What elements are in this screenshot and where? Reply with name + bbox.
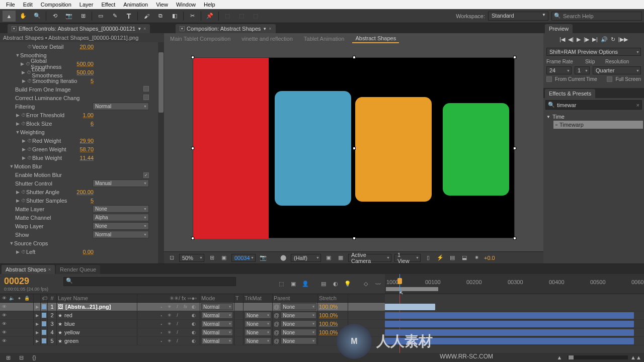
timeline-tracks[interactable] xyxy=(385,294,644,353)
menu-edit[interactable]: Edit xyxy=(19,1,37,9)
time-ruler[interactable]: 1000 00100 00200 00300 00400 00500 0060 … xyxy=(385,274,644,294)
checkbox[interactable] xyxy=(143,172,149,178)
property-value[interactable]: 500.00 xyxy=(76,69,94,75)
roto-tool-icon[interactable]: ✂ xyxy=(186,11,199,22)
selection-tool-icon[interactable]: ▲ xyxy=(3,11,16,22)
quality-icon[interactable]: / xyxy=(174,321,181,327)
twirl-icon[interactable]: ▼ xyxy=(9,164,14,169)
breadcrumb-item[interactable]: Abstract Shapes xyxy=(352,34,399,43)
shy-icon[interactable]: ⬩ xyxy=(158,304,165,310)
property-row[interactable]: ▼Smoothing xyxy=(0,51,164,59)
play-icon[interactable]: ▶ xyxy=(577,36,581,43)
twirl-icon[interactable]: ▶ xyxy=(21,138,26,143)
layer-bar[interactable] xyxy=(385,312,634,319)
stopwatch-icon[interactable]: ⏱ xyxy=(20,249,26,255)
toggle-mask-icon[interactable]: ▣ xyxy=(219,254,228,262)
motion-blur-toggle-icon[interactable]: ◐ xyxy=(190,304,197,310)
effect-controls-tab[interactable]: ▾ Effect Controls: Abstract Shapes_[0000… xyxy=(8,24,150,33)
view-select[interactable]: 1 View xyxy=(394,254,421,262)
camera-select[interactable]: Active Camera xyxy=(348,254,391,262)
video-toggle-icon[interactable]: 👁 xyxy=(1,304,8,310)
stopwatch-icon[interactable]: ⏱ xyxy=(20,121,26,127)
zoom-slider[interactable] xyxy=(568,355,628,359)
track-row[interactable] xyxy=(385,311,644,320)
label-color[interactable] xyxy=(42,321,46,326)
parent-select[interactable]: None xyxy=(281,337,316,344)
from-current-checkbox[interactable] xyxy=(546,76,552,82)
brainstorm-icon[interactable]: 💡 xyxy=(343,279,353,289)
menu-layer[interactable]: Layer xyxy=(75,1,98,9)
layer-row[interactable]: 👁 ▶ 1 🖼[Abstra...21].png] ⬩✳/fx◐ Normal … xyxy=(0,303,385,311)
stretch-value[interactable]: 100.0% xyxy=(319,304,338,310)
selection-handle[interactable] xyxy=(191,56,194,59)
layer-row[interactable]: 👁 ▶ 4 ★yellow ⬩✳/◐ Normal None @None 100… xyxy=(0,328,385,337)
property-row[interactable]: ▶⏱Red Weight29.90 xyxy=(0,136,164,145)
label-color[interactable] xyxy=(42,313,46,318)
skip-select[interactable]: 1 xyxy=(575,66,590,74)
zoom-select[interactable]: 50% xyxy=(179,254,204,262)
motion-blur-toggle-icon[interactable]: ◐ xyxy=(190,321,197,327)
shy-icon[interactable]: ⬩ xyxy=(158,321,165,327)
twirl-icon[interactable]: ▶ xyxy=(15,190,20,195)
clear-search-icon[interactable]: × xyxy=(636,102,639,108)
checkbox[interactable] xyxy=(143,86,149,92)
parent-select[interactable]: None xyxy=(281,303,316,310)
last-frame-icon[interactable]: ▶| xyxy=(592,36,598,43)
twirl-icon[interactable]: ▶ xyxy=(21,147,26,152)
graph-editor-icon[interactable]: 〰 xyxy=(373,279,383,289)
selection-handle[interactable] xyxy=(353,237,356,240)
zoom-tool-icon[interactable]: 🔍 xyxy=(31,11,44,22)
property-value[interactable]: 5 xyxy=(91,198,94,204)
layer-name[interactable]: blue xyxy=(64,321,75,327)
panel-menu-icon[interactable]: ▾ xyxy=(12,26,17,31)
twirl-icon[interactable]: ▶ xyxy=(36,322,39,326)
dropdown[interactable]: Manual xyxy=(93,179,149,187)
stopwatch-icon[interactable]: ⏱ xyxy=(26,44,32,50)
comp-mini-flowchart-icon[interactable]: ⬚ xyxy=(276,279,286,289)
pen-tool-icon[interactable]: ✎ xyxy=(108,11,121,22)
dropdown[interactable]: None xyxy=(93,205,149,213)
property-value[interactable]: 20.00 xyxy=(79,44,94,50)
collapse-icon[interactable]: ✳ xyxy=(166,321,173,327)
grid-icon[interactable]: ⊞ xyxy=(207,254,216,262)
property-value[interactable]: 0.00 xyxy=(83,249,94,255)
hide-shy-icon[interactable]: 👤 xyxy=(300,279,310,289)
ram-preview-icon[interactable]: |▶▶ xyxy=(618,36,628,43)
layer-row[interactable]: 👁 ▶ 5 ★green ⬩✳/◐ Normal None @None xyxy=(0,337,385,345)
rotation-tool-icon[interactable]: ⟲ xyxy=(48,11,61,22)
video-column-icon[interactable]: 👁 xyxy=(1,295,8,302)
local-axis-icon[interactable]: ⬚ xyxy=(221,11,234,22)
property-value[interactable]: 6 xyxy=(91,121,94,127)
draft-3d-icon[interactable]: ▣ xyxy=(288,279,298,289)
track-row[interactable] xyxy=(385,337,644,345)
shy-icon[interactable]: ⬩ xyxy=(158,312,165,319)
workspace-select[interactable]: Standard▼ xyxy=(488,12,548,21)
first-frame-icon[interactable]: |◀ xyxy=(559,36,565,43)
view-axis-icon[interactable]: ⬚ xyxy=(249,11,262,22)
label-color[interactable] xyxy=(42,304,46,309)
video-toggle-icon[interactable]: 👁 xyxy=(1,338,8,344)
layer-bar[interactable] xyxy=(385,329,634,336)
resolution-select[interactable]: (Half) xyxy=(291,254,321,262)
motion-blur-toggle-icon[interactable]: ◐ xyxy=(190,329,197,336)
menu-window[interactable]: Window xyxy=(172,1,200,9)
trkmat-select[interactable]: None xyxy=(245,329,271,336)
effects-presets-tab[interactable]: Effects & Presets xyxy=(545,89,595,98)
next-frame-icon[interactable]: |▶ xyxy=(584,36,589,43)
stretch-value[interactable]: 100.0% xyxy=(319,329,338,335)
property-value[interactable]: 29.90 xyxy=(79,138,94,144)
property-row[interactable]: Shutter ControlManual xyxy=(0,179,164,188)
twirl-icon[interactable]: ▶ xyxy=(36,330,39,335)
render-queue-tab[interactable]: Render Queue xyxy=(56,265,100,274)
transparency-grid-icon[interactable]: ▦ xyxy=(336,254,345,262)
twirl-icon[interactable]: ▶ xyxy=(15,198,20,203)
stopwatch-icon[interactable]: ⏱ xyxy=(26,146,32,152)
stretch-value[interactable]: 100.0% xyxy=(319,321,338,327)
fast-preview-icon[interactable]: ⚡ xyxy=(436,254,445,262)
toggle-in-out-icon[interactable]: {} xyxy=(29,352,39,362)
quality-icon[interactable]: / xyxy=(174,329,181,336)
exposure-value[interactable]: +0.0 xyxy=(484,255,495,261)
text-tool-icon[interactable]: T xyxy=(122,11,135,22)
composition-tab[interactable]: ▾ Composition: Abstract Shapes ▼ × xyxy=(176,24,276,33)
property-row[interactable]: ▼Weighting xyxy=(0,128,164,136)
